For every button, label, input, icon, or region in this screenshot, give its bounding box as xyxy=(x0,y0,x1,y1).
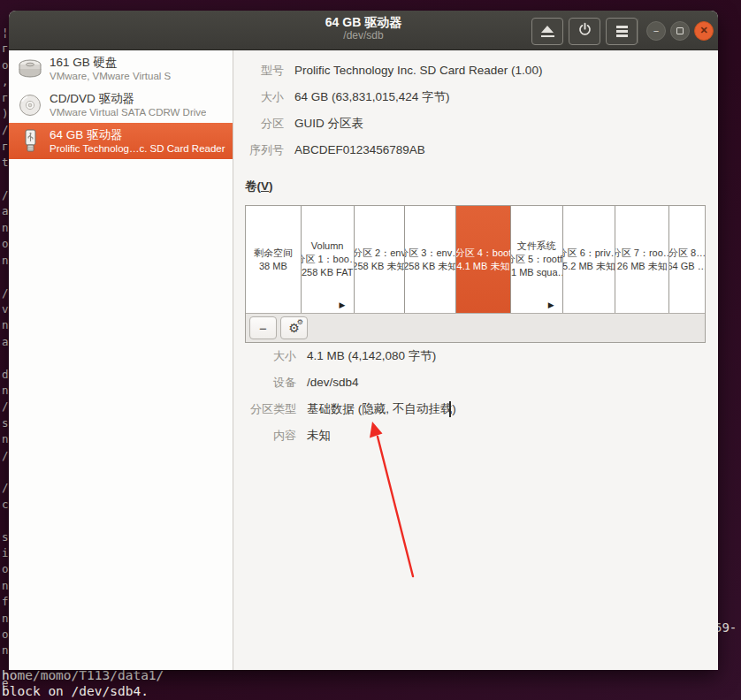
gnome-disks-window: 64 GB 驱动器 /dev/sdb xyxy=(9,11,718,670)
drive-subtitle: VMware, VMware Virtual S xyxy=(50,70,171,82)
volume-diagram: 剩余空间 38 MB Volumn 分区 1：boo… 258 KB FAT ▶… xyxy=(245,205,706,343)
partition-options-button[interactable]: ⚙ ⚙ xyxy=(280,316,308,339)
info-label: 分区类型 xyxy=(245,399,296,426)
app-menu-button[interactable] xyxy=(606,18,638,45)
mounted-indicator-icon: ▶ xyxy=(340,301,346,309)
minus-icon: − xyxy=(259,321,267,336)
sidebar-item-cddvd[interactable]: CD/DVD 驱动器 VMware Virtual SATA CDRW Driv… xyxy=(9,87,233,123)
volume-segment-partition2[interactable]: 分区 2：env 258 KB 未知 xyxy=(355,206,406,313)
volume-toolbar: − ⚙ ⚙ xyxy=(246,313,705,342)
volume-segment-free-space[interactable]: 剩余空间 38 MB xyxy=(246,206,302,313)
minimize-icon: − xyxy=(653,26,659,36)
info-label: 序列号 xyxy=(245,141,284,167)
sidebar-item-64gb-drive[interactable]: 64 GB 驱动器 Prolific Technolog…c. SD Card … xyxy=(9,123,233,159)
eject-icon xyxy=(541,26,554,37)
power-off-button[interactable] xyxy=(569,18,600,45)
delete-partition-button[interactable]: − xyxy=(249,316,277,339)
minimize-button[interactable]: − xyxy=(646,21,666,41)
mounted-indicator-icon: ▶ xyxy=(548,301,554,309)
info-value-size: 64 GB (63,831,015,424 字节) xyxy=(294,88,706,114)
volume-segment-partition5[interactable]: 文件系统 分区 5：rootfs 31 MB squa… ▶ xyxy=(511,206,563,313)
hamburger-menu-icon xyxy=(616,26,628,36)
text-cursor xyxy=(449,401,451,417)
desktop-background: ¦ г о , г ) / г t / a n o n / v n a d n … xyxy=(0,0,741,700)
harddisk-icon xyxy=(16,57,44,81)
volume-segment-partition8[interactable]: 分区 8… 64 GB … xyxy=(669,206,705,313)
optical-disc-icon xyxy=(16,93,44,118)
info-value-partition-size: 4.1 MB (4,142,080 字节) xyxy=(307,346,706,373)
background-terminal-output: home/momo/T113/data1/ block on /dev/sdb4… xyxy=(2,668,164,699)
partition-info-grid: 大小 4.1 MB (4,142,080 字节) 设备 /dev/sdb4 分区… xyxy=(245,346,706,453)
volume-segment-partition1[interactable]: Volumn 分区 1：boo… 258 KB FAT ▶ xyxy=(302,206,355,313)
info-value-partition-type: 基础数据 (隐藏, 不自动挂载) xyxy=(307,399,706,426)
terminal-line: block on /dev/sdb4. xyxy=(2,684,164,700)
drive-title: 161 GB 硬盘 xyxy=(50,55,171,70)
drive-list-sidebar: 161 GB 硬盘 VMware, VMware Virtual S xyxy=(9,50,233,670)
info-label: 内容 xyxy=(245,426,296,453)
maximize-button[interactable] xyxy=(670,21,690,41)
titlebar[interactable]: 64 GB 驱动器 /dev/sdb xyxy=(9,11,718,50)
drive-title: CD/DVD 驱动器 xyxy=(50,91,206,106)
eject-button[interactable] xyxy=(531,18,563,45)
info-value-serial: ABCDEF0123456789AB xyxy=(294,141,706,167)
volume-segment-partition4-selected[interactable]: 分区 4：boot 4.1 MB 未知 xyxy=(456,206,511,313)
info-label: 分区 xyxy=(245,114,284,141)
info-label: 大小 xyxy=(245,346,296,373)
drive-subtitle: VMware Virtual SATA CDRW Drive xyxy=(50,106,206,118)
drive-subtitle: Prolific Technolog…c. SD Card Reader xyxy=(50,142,225,155)
background-terminal-left-fragments: ¦ г о , г ) / г t / a n o n / v n a d n … xyxy=(2,25,9,692)
info-value-device: /dev/sdb4 xyxy=(307,373,706,399)
maximize-icon xyxy=(676,27,684,34)
close-icon: ✕ xyxy=(699,25,707,36)
terminal-line: home/momo/T113/data1/ xyxy=(2,668,164,684)
titlebar-separator xyxy=(638,19,638,43)
volume-segment-partition6[interactable]: 分区 6：priv… 5.2 MB 未知 xyxy=(563,206,616,313)
info-label: 设备 xyxy=(245,373,296,399)
power-icon xyxy=(577,22,592,41)
usb-drive-icon xyxy=(16,128,44,155)
info-value-model: Prolific Technology Inc. SD Card Reader … xyxy=(294,61,706,88)
volume-segment-partition7[interactable]: 分区 7：roo… 26 MB 未知 xyxy=(615,206,669,313)
close-button[interactable]: ✕ xyxy=(694,21,714,41)
drive-title: 64 GB 驱动器 xyxy=(50,127,225,142)
info-value-partitioning: GUID 分区表 xyxy=(294,114,706,141)
info-value-contents: 未知 xyxy=(307,426,706,453)
volume-segment-partition3[interactable]: 分区 3：env… 258 KB 未知 xyxy=(405,206,456,313)
drive-detail-panel: 型号 Prolific Technology Inc. SD Card Read… xyxy=(233,50,718,670)
info-label: 大小 xyxy=(245,88,284,114)
drive-info-grid: 型号 Prolific Technology Inc. SD Card Read… xyxy=(245,61,706,167)
mnemonic-letter: V xyxy=(261,179,269,193)
sidebar-item-harddisk[interactable]: 161 GB 硬盘 VMware, VMware Virtual S xyxy=(9,50,233,87)
info-label: 型号 xyxy=(245,61,284,88)
gears-icon-small: ⚙ xyxy=(297,319,303,326)
volumes-section-header: 卷(V) xyxy=(245,179,706,194)
